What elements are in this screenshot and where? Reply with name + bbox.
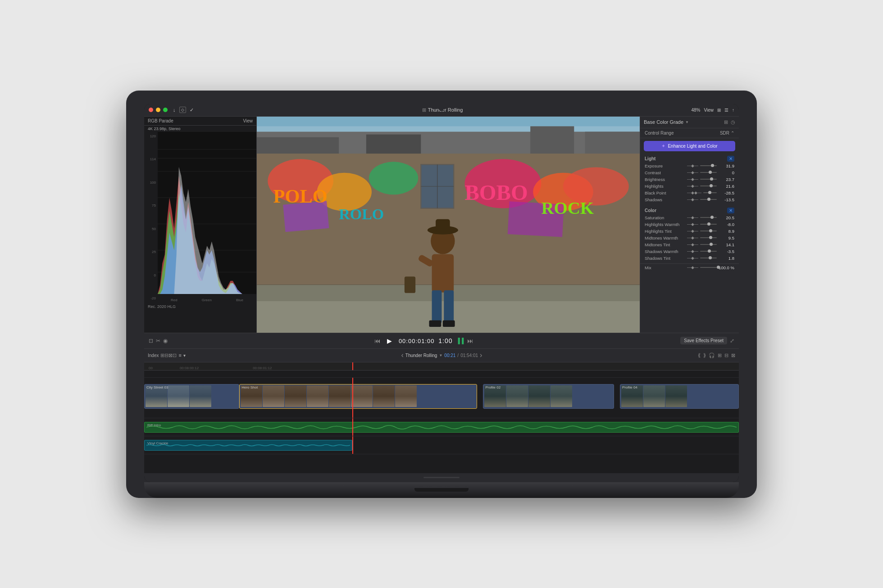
panel-icon-1[interactable]: ⊞ [724, 119, 728, 125]
svg-text:ROLO: ROLO [339, 205, 384, 222]
shadows-warmth-slider[interactable] [700, 251, 717, 252]
expand-icon[interactable]: ⊠ [731, 353, 735, 358]
profile-04-thumbnails [621, 385, 737, 407]
panel-icon-2[interactable]: ◷ [731, 119, 735, 125]
highlights-icon: —◆— [687, 184, 698, 188]
thumb-13 [506, 385, 528, 407]
shadows-warmth-icon: —◆— [687, 249, 698, 253]
brightness-thumb [710, 177, 713, 181]
playhead[interactable] [352, 362, 353, 370]
exposure-row: Exposure —◆— 31.9 [640, 163, 739, 169]
waveform-y-axis: 120 114 100 75 50 25 0 -20 [144, 132, 158, 303]
waveform-view-btn[interactable]: View [243, 118, 253, 123]
index-label[interactable]: Index [148, 353, 159, 358]
brightness-slider[interactable] [700, 179, 717, 180]
brightness-label: Brightness [645, 177, 685, 182]
sort-icon[interactable]: ≡ [178, 353, 181, 358]
city-street-clip[interactable]: City Street 03 [144, 384, 239, 409]
tc-icon-2[interactable]: ⟫ [703, 353, 706, 358]
mix-slider[interactable] [700, 267, 717, 268]
panel-dropdown-arrow[interactable]: ▼ [685, 120, 689, 124]
skip-back-icon[interactable]: ⏮ [374, 337, 381, 344]
close-button[interactable] [149, 108, 153, 112]
exposure-slider[interactable] [700, 165, 717, 166]
midtones-tint-slider[interactable] [700, 244, 717, 245]
headphone-icon[interactable]: 🎧 [709, 353, 715, 358]
light-section-label: Light [645, 156, 655, 161]
waveform-x-labels: Red Green Blue [158, 297, 256, 303]
download-icon[interactable]: ↓ [173, 107, 176, 113]
video-toolbar: ⊡ ✂ ◉ ⏮ ▶ 00:00:01:00 1:00 ▐▐ ⏭ Save Eff… [144, 333, 739, 349]
timeline-header: Index ⊞⊟⊠⊡ ≡ ▾ ‹ Thunder Rolling ▼ 00:21… [144, 349, 739, 362]
highlights-warmth-label: Highlights Warmth [645, 222, 685, 227]
timecode-display: 00:00:01:00 1:00 [399, 337, 453, 344]
minimize-button[interactable] [156, 108, 160, 112]
highlights-warmth-slider[interactable] [700, 224, 717, 225]
shadows-tint-slider[interactable] [700, 258, 717, 258]
profile-02-clip[interactable]: Profile 02 [483, 384, 614, 409]
share-icon[interactable]: ↑ [732, 108, 734, 113]
black-point-slider[interactable] [703, 192, 717, 193]
mix-value: 100.0 % [719, 265, 734, 270]
cut-icon[interactable]: ◇ [179, 107, 186, 113]
audio-playhead-2 [352, 436, 353, 454]
timeline-prev-btn[interactable]: ‹ [401, 351, 403, 359]
video-toolbar-right: Save Effects Preset ⤢ [680, 337, 734, 344]
hero-shot-clip[interactable]: Hero Shot [239, 384, 477, 409]
arrow-down-icon[interactable]: ▾ [183, 353, 186, 358]
fullscreen-icon[interactable]: ⤢ [730, 338, 734, 344]
exposure-label: Exposure [645, 163, 685, 168]
video-toolbar-left: ⊡ ✂ ◉ [149, 338, 168, 344]
enhance-light-color-button[interactable]: ✦ Enhance Light and Color [644, 141, 735, 151]
highlights-tint-slider[interactable] [700, 231, 717, 231]
contrast-slider[interactable] [700, 172, 717, 173]
color-section-header: Color ✕ [640, 206, 739, 214]
profile-04-clip[interactable]: Profile 04 [620, 384, 739, 409]
midtones-warmth-slider[interactable] [700, 237, 717, 238]
contrast-row: Contrast —◆— 0 [640, 169, 739, 176]
clip-icon: ⊞ [422, 107, 426, 113]
midtones-tint-row: Midtones Tint —◆— 14.1 [640, 241, 739, 248]
saturation-slider[interactable] [700, 217, 717, 218]
crop-icon[interactable]: ⊡ [149, 338, 153, 344]
control-range-value[interactable]: SDR ⌃ [720, 131, 734, 136]
view-menu[interactable]: View [704, 108, 714, 113]
shadows-warmth-thumb [708, 249, 711, 253]
highlights-thumb [710, 184, 713, 187]
resolution-label: 4K 23.98p, Stereo [148, 127, 181, 131]
fullscreen-button[interactable] [163, 108, 168, 112]
shadows-slider[interactable] [700, 199, 717, 200]
save-effects-preset-btn[interactable]: Save Effects Preset [680, 337, 727, 344]
transform-icon[interactable]: ◉ [163, 338, 168, 344]
zoom-level[interactable]: 48% [691, 108, 700, 113]
track-spacer [144, 371, 739, 378]
svg-rect-36 [432, 290, 442, 323]
vinyl-crackle-clip[interactable]: Vinyl Crackle [144, 440, 352, 451]
shadows-warmth-row: Shadows Warmth —◆— -3.5 [640, 248, 739, 255]
tc-icon-1[interactable]: ⟪ [698, 353, 701, 358]
profile-02-label: Profile 02 [485, 385, 501, 389]
timeline-next-btn[interactable]: › [480, 351, 482, 359]
video-track: City Street 03 Hero Shot [144, 378, 739, 418]
light-section-x-btn[interactable]: ✕ [727, 156, 734, 162]
timeline-controls: ⟪ ⟫ 🎧 ⊞ ⊟ ⊠ [698, 353, 735, 358]
checkmark-icon[interactable]: ✓ [190, 107, 194, 113]
color-section-x-btn[interactable]: ✕ [727, 208, 734, 213]
play-button[interactable]: ▶ [384, 335, 395, 346]
y-label-25: 25 [146, 250, 156, 254]
link-icon[interactable]: ⊞ [718, 353, 722, 358]
laptop-hinge-notch [414, 488, 469, 492]
clip-dropdown-arrow[interactable]: ▼ [439, 353, 442, 357]
control-range-row: Control Range SDR ⌃ [640, 128, 739, 138]
highlights-slider[interactable] [700, 185, 717, 186]
skip-forward-icon[interactable]: ⏭ [467, 337, 473, 344]
tools-icon[interactable]: ✂ [156, 338, 160, 344]
split-icon[interactable]: ⊟ [724, 353, 728, 358]
svg-point-17 [369, 162, 418, 194]
control-range-dropdown: ⌃ [731, 131, 734, 136]
shadows-tint-thumb [709, 256, 712, 259]
shadows-value: -13.5 [719, 197, 734, 202]
riff-intro-clip[interactable]: Riff Intro [144, 422, 739, 433]
black-point-icon: —◆◆— [687, 190, 701, 195]
timeline-tc-separator: / [457, 353, 459, 358]
